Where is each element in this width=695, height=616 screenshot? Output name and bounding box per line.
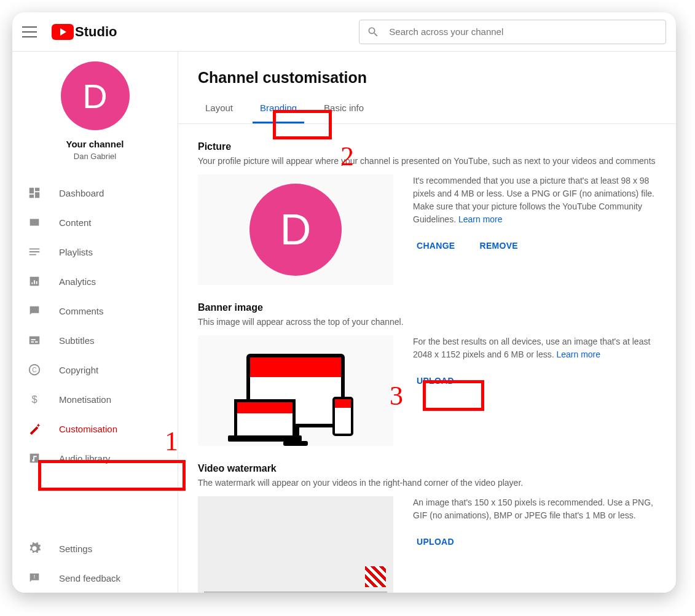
comments-icon <box>27 303 42 318</box>
banner-desc: This image will appear across the top of… <box>198 317 656 327</box>
dollar-icon: $ <box>27 392 42 407</box>
annotation-number-1: 1 <box>165 426 178 457</box>
section-picture: Picture Your profile picture will appear… <box>178 124 676 285</box>
sidebar-item-label: Audio library <box>59 453 110 464</box>
tab-branding[interactable]: Branding <box>253 94 304 123</box>
sidebar-item-label: Monetisation <box>59 394 111 405</box>
sidebar-item-label: Customisation <box>59 424 117 434</box>
search-icon <box>367 25 379 39</box>
logo-text: Studio <box>75 24 117 40</box>
wand-icon <box>27 421 42 436</box>
tabs: Layout Branding Basic info <box>178 94 676 124</box>
dashboard-icon <box>27 185 42 200</box>
picture-desc: Your profile picture will appear where y… <box>198 156 656 166</box>
svg-text:C: C <box>32 367 36 373</box>
content-icon <box>27 215 42 230</box>
sidebar-item-audio-library[interactable]: Audio library <box>12 443 178 473</box>
section-banner: Banner image This image will appear acro… <box>178 285 676 446</box>
your-channel-label: Your channel <box>66 139 124 149</box>
sidebar-item-label: Dashboard <box>59 188 104 198</box>
subtitles-icon <box>27 333 42 348</box>
banner-heading: Banner image <box>198 302 656 313</box>
picture-avatar: D <box>249 184 342 276</box>
sidebar-item-feedback[interactable]: !Send feedback <box>12 563 178 593</box>
tab-layout[interactable]: Layout <box>198 94 240 123</box>
watermark-heading: Video watermark <box>198 463 656 474</box>
watermark-desc: The watermark will appear on your videos… <box>198 478 656 488</box>
sidebar-item-copyright[interactable]: CCopyright <box>12 355 178 384</box>
picture-learn-more-link[interactable]: Learn more <box>458 214 503 224</box>
audio-icon <box>27 451 42 466</box>
devices-illustration-icon <box>246 354 345 427</box>
sidebar-item-subtitles[interactable]: Subtitles <box>12 326 178 355</box>
sidebar-item-content[interactable]: Content <box>12 208 178 237</box>
watermark-icon <box>365 566 386 587</box>
sidebar-item-label: Send feedback <box>59 573 120 583</box>
banner-learn-more-link[interactable]: Learn more <box>556 349 600 359</box>
youtube-icon <box>52 24 74 40</box>
search-input[interactable] <box>389 26 658 37</box>
logo[interactable]: Studio <box>52 24 117 40</box>
gear-icon <box>27 541 42 556</box>
sidebar: D Your channel Dan Gabriel Dashboard Con… <box>12 52 178 593</box>
topbar: Studio <box>12 12 676 52</box>
menu-icon[interactable] <box>22 25 37 39</box>
sidebar-item-comments[interactable]: Comments <box>12 296 178 326</box>
remove-button[interactable]: REMOVE <box>476 238 521 253</box>
banner-info: For the best results on all devices, use… <box>413 335 656 361</box>
channel-name: Dan Gabriel <box>74 152 116 161</box>
banner-preview <box>198 335 393 446</box>
progress-bar-icon <box>204 591 387 593</box>
picture-info: It's recommended that you use a picture … <box>413 174 656 226</box>
sidebar-item-label: Copyright <box>59 365 98 375</box>
watermark-upload-button[interactable]: UPLOAD <box>413 534 458 549</box>
annotation-number-2: 2 <box>340 141 354 172</box>
main-content: Channel customisation Layout Branding Ba… <box>178 52 676 593</box>
svg-text:$: $ <box>31 394 37 405</box>
section-watermark: Video watermark The watermark will appea… <box>178 446 676 593</box>
copyright-icon: C <box>27 362 42 377</box>
picture-preview: D <box>198 174 393 285</box>
sidebar-item-label: Settings <box>59 544 92 554</box>
sidebar-item-monetisation[interactable]: $Monetisation <box>12 384 178 414</box>
sidebar-item-settings[interactable]: Settings <box>12 534 178 563</box>
watermark-preview <box>198 496 393 593</box>
sidebar-item-analytics[interactable]: Analytics <box>12 267 178 296</box>
playlists-icon <box>27 244 42 259</box>
sidebar-item-label: Analytics <box>59 276 96 287</box>
sidebar-item-label: Comments <box>59 306 104 316</box>
channel-avatar[interactable]: D <box>61 61 130 130</box>
sidebar-item-playlists[interactable]: Playlists <box>12 237 178 267</box>
sidebar-item-label: Subtitles <box>59 335 95 346</box>
picture-heading: Picture <box>198 141 656 152</box>
sidebar-item-label: Content <box>59 217 92 228</box>
sidebar-item-label: Playlists <box>59 247 93 257</box>
svg-text:!: ! <box>34 574 36 580</box>
analytics-icon <box>27 274 42 289</box>
change-button[interactable]: CHANGE <box>413 238 458 253</box>
annotation-number-3: 3 <box>390 380 403 411</box>
watermark-info: An image that's 150 x 150 pixels is reco… <box>413 496 656 522</box>
sidebar-item-customisation[interactable]: Customisation <box>12 414 178 443</box>
tab-basic-info[interactable]: Basic info <box>316 94 371 123</box>
search-box[interactable] <box>359 20 666 44</box>
feedback-icon: ! <box>27 571 42 585</box>
page-title: Channel customisation <box>178 52 676 94</box>
banner-upload-button[interactable]: UPLOAD <box>413 373 458 388</box>
sidebar-item-dashboard[interactable]: Dashboard <box>12 178 178 208</box>
